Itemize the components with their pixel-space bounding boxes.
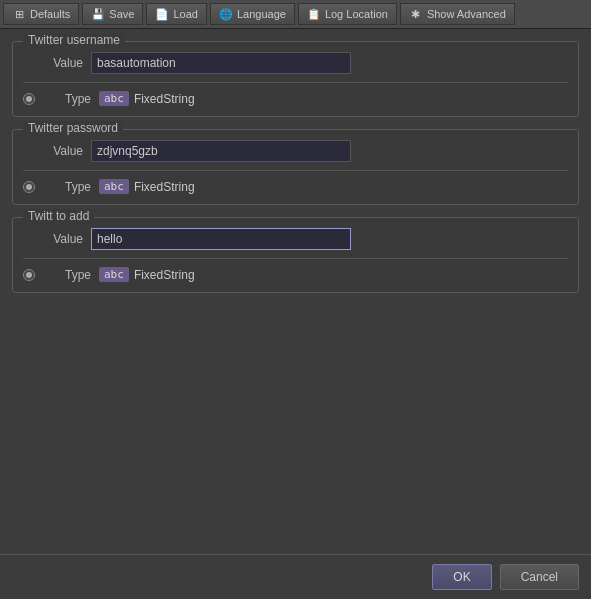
twitter-username-input[interactable] — [91, 52, 351, 74]
ok-button[interactable]: OK — [432, 564, 491, 590]
twitter-username-type-radio[interactable] — [23, 93, 35, 105]
advanced-icon: ✱ — [409, 7, 423, 21]
twitter-username-value-label: Value — [23, 56, 83, 70]
twitter-password-value-row: Value — [23, 140, 568, 162]
defaults-icon: ⊞ — [12, 7, 26, 21]
twitt-to-add-type-row: Type abc FixedString — [23, 267, 568, 282]
twitter-username-value-row: Value — [23, 52, 568, 74]
twitter-username-type-row: Type abc FixedString — [23, 91, 568, 106]
twitter-username-section-label: Twitter username — [23, 33, 125, 47]
twitter-username-section: Twitter username Value Type abc FixedStr… — [12, 41, 579, 117]
load-icon: 📄 — [155, 7, 169, 21]
cancel-button[interactable]: Cancel — [500, 564, 579, 590]
defaults-label: Defaults — [30, 8, 70, 20]
language-icon: 🌐 — [219, 7, 233, 21]
twitt-to-add-type-badge: abc — [99, 267, 129, 282]
toolbar: ⊞ Defaults 💾 Save 📄 Load 🌐 Language 📋 Lo… — [0, 0, 591, 29]
main-content: Twitter username Value Type abc FixedStr… — [0, 29, 591, 305]
log-icon: 📋 — [307, 7, 321, 21]
twitter-password-value-label: Value — [23, 144, 83, 158]
footer: OK Cancel — [0, 554, 591, 599]
load-button[interactable]: 📄 Load — [146, 3, 206, 25]
twitter-password-type-row: Type abc FixedString — [23, 179, 568, 194]
save-icon: 💾 — [91, 7, 105, 21]
twitt-to-add-value-label: Value — [23, 232, 83, 246]
twitter-password-type-radio[interactable] — [23, 181, 35, 193]
twitt-to-add-type-label: Type — [41, 268, 91, 282]
twitter-password-type-badge: abc — [99, 179, 129, 194]
save-button[interactable]: 💾 Save — [82, 3, 143, 25]
language-label: Language — [237, 8, 286, 20]
twitter-password-input[interactable] — [91, 140, 351, 162]
language-button[interactable]: 🌐 Language — [210, 3, 295, 25]
twitter-username-divider — [23, 82, 568, 83]
twitter-password-type-value: FixedString — [134, 180, 195, 194]
twitter-username-type-value: FixedString — [134, 92, 195, 106]
twitt-to-add-divider — [23, 258, 568, 259]
twitt-to-add-section-label: Twitt to add — [23, 209, 94, 223]
log-location-label: Log Location — [325, 8, 388, 20]
twitt-to-add-value-row: Value — [23, 228, 568, 250]
save-label: Save — [109, 8, 134, 20]
twitt-to-add-section: Twitt to add Value Type abc FixedString — [12, 217, 579, 293]
twitter-password-type-label: Type — [41, 180, 91, 194]
log-location-button[interactable]: 📋 Log Location — [298, 3, 397, 25]
load-label: Load — [173, 8, 197, 20]
twitt-to-add-type-radio[interactable] — [23, 269, 35, 281]
twitter-password-section-label: Twitter password — [23, 121, 123, 135]
show-advanced-label: Show Advanced — [427, 8, 506, 20]
twitter-password-section: Twitter password Value Type abc FixedStr… — [12, 129, 579, 205]
cancel-label: Cancel — [521, 570, 558, 584]
ok-label: OK — [453, 570, 470, 584]
show-advanced-button[interactable]: ✱ Show Advanced — [400, 3, 515, 25]
twitt-to-add-type-value: FixedString — [134, 268, 195, 282]
defaults-button[interactable]: ⊞ Defaults — [3, 3, 79, 25]
twitter-username-type-label: Type — [41, 92, 91, 106]
twitter-password-divider — [23, 170, 568, 171]
twitter-username-type-badge: abc — [99, 91, 129, 106]
twitt-to-add-input[interactable] — [91, 228, 351, 250]
